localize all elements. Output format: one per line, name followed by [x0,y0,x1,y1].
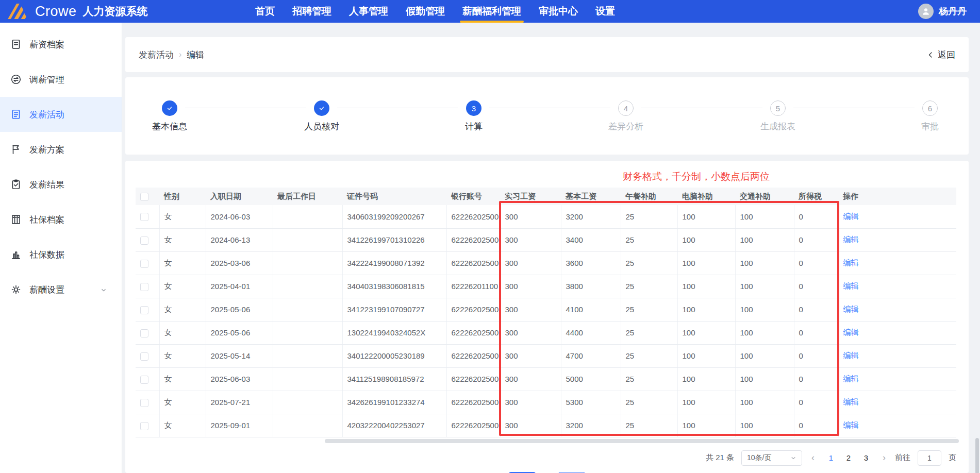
cell-gender: 女 [159,321,206,344]
column-header-2: 入职日期 [206,188,273,205]
sidebar-item-4[interactable]: 发薪方案 [0,132,122,167]
sidebar-item-5[interactable]: 发薪结果 [0,167,122,202]
page-size-select[interactable]: 10条/页 [741,450,802,466]
horizontal-scrollbar[interactable] [325,439,959,443]
cell-bank-account: 62226202500 [446,414,500,437]
cell-computer-allowance: 100 [677,275,735,298]
step-label: 人员核对 [286,121,358,132]
breadcrumb-parent[interactable]: 发薪活动 [139,49,174,61]
row-checkbox[interactable] [140,306,148,314]
cell-id-number: 341226199701310226 [342,228,446,251]
cell-gender: 女 [159,414,206,437]
sidebar-item-6[interactable]: 社保档案 [0,202,122,237]
cell-lunch-allowance: 25 [621,205,677,228]
cell-actions: 编辑 [838,205,956,228]
cell-computer-allowance: 100 [677,367,735,391]
cell-base-salary: 5000 [561,367,621,391]
vertical-scrollbar[interactable] [975,438,979,473]
cell-base-salary: 4100 [561,298,621,321]
select-all-header-cell [136,188,159,205]
cell-hire-date: 2024-06-13 [206,228,273,251]
nav-item-7[interactable]: 设置 [587,0,624,23]
cell-hire-date: 2025-09-01 [206,414,273,437]
row-checkbox[interactable] [140,260,148,268]
cell-intern-salary: 300 [500,228,561,251]
cell-gender: 女 [159,367,206,391]
edit-link[interactable]: 编辑 [843,235,859,244]
edit-link[interactable]: 编辑 [843,397,859,406]
select-all-checkbox[interactable] [140,193,148,201]
step-2: 人员核对 [286,100,358,132]
row-checkbox[interactable] [140,329,148,337]
column-header-5: 银行账号 [446,188,500,205]
exchange-icon [10,74,22,85]
prev-page-button[interactable]: ‹ [809,452,817,463]
cell-actions: 编辑 [838,344,956,367]
sidebar-item-3[interactable]: 发薪活动 [0,97,122,132]
cell-last-work-day [273,298,342,321]
nav-item-5[interactable]: 薪酬福利管理 [454,0,530,23]
cell-intern-salary: 300 [500,205,561,228]
step-circle: 3 [466,100,481,116]
cell-gender: 女 [159,298,206,321]
cell-bank-account: 62226202500 [446,205,500,228]
edit-link[interactable]: 编辑 [843,374,859,383]
cell-bank-account: 62226202500 [446,228,500,251]
goto-page-input[interactable] [918,450,941,466]
sidebar-item-8[interactable]: 薪酬设置 [0,272,122,307]
breadcrumb-current: 编辑 [187,49,204,61]
page-number-2[interactable]: 2 [841,453,856,462]
row-checkbox[interactable] [140,376,148,384]
next-page-button[interactable]: › [881,452,888,463]
row-checkbox[interactable] [140,399,148,407]
nav-item-3[interactable]: 人事管理 [340,0,397,23]
sidebar-item-7[interactable]: 社保数据 [0,237,122,272]
nav-item-2[interactable]: 招聘管理 [284,0,340,23]
row-select-cell [136,298,159,321]
cell-actions: 编辑 [838,251,956,275]
cell-transport-allowance: 100 [735,251,794,275]
edit-link[interactable]: 编辑 [843,212,859,221]
cell-id-number: 342224199008071392 [342,251,446,275]
nav-item-6[interactable]: 审批中心 [530,0,587,23]
page-number-3[interactable]: 3 [859,453,873,462]
cell-id-number: 340122200005230189 [342,344,446,367]
edit-link[interactable]: 编辑 [843,258,859,267]
row-checkbox[interactable] [140,422,148,430]
cell-transport-allowance: 100 [735,205,794,228]
edit-link[interactable]: 编辑 [843,305,859,313]
cell-base-salary: 3200 [561,205,621,228]
cell-computer-allowance: 100 [677,205,735,228]
cell-income-tax: 0 [794,367,838,391]
page-size-value: 10条/页 [747,453,771,463]
edit-link[interactable]: 编辑 [843,328,859,336]
cell-gender: 女 [159,228,206,251]
top-navbar: Crowe 人力资源系统 首页招聘管理人事管理假勤管理薪酬福利管理审批中心设置 … [0,0,980,23]
row-checkbox[interactable] [140,352,148,361]
back-button[interactable]: 返回 [927,49,955,61]
sidebar-item-label: 发薪结果 [29,179,64,191]
edit-link[interactable]: 编辑 [843,420,859,429]
edit-link[interactable]: 编辑 [843,281,859,290]
row-checkbox[interactable] [140,213,148,221]
cell-transport-allowance: 100 [735,367,794,391]
cell-intern-salary: 300 [500,298,561,321]
row-select-cell [136,275,159,298]
row-select-cell [136,414,159,437]
row-checkbox[interactable] [140,283,148,291]
edit-link[interactable]: 编辑 [843,351,859,360]
bar-chart-icon [10,249,22,260]
sidebar-item-1[interactable]: 薪资档案 [0,27,122,62]
user-menu[interactable]: 杨丹丹 [918,0,967,23]
main-content: 发薪活动 › 编辑 返回 基本信息人员核对3计算4差异分析5生成报表6审批 性别… [122,23,980,473]
cell-bank-account: 62226202500 [446,367,500,391]
document-icon [10,39,22,50]
sidebar-item-2[interactable]: 调薪管理 [0,62,122,97]
cell-hire-date: 2025-07-21 [206,391,273,414]
column-header-6: 实习工资 [500,188,561,205]
cell-bank-account: 62226202500 [446,298,500,321]
row-checkbox[interactable] [140,236,148,245]
nav-item-4[interactable]: 假勤管理 [397,0,454,23]
page-number-1[interactable]: 1 [824,453,838,462]
nav-item-1[interactable]: 首页 [246,0,284,23]
